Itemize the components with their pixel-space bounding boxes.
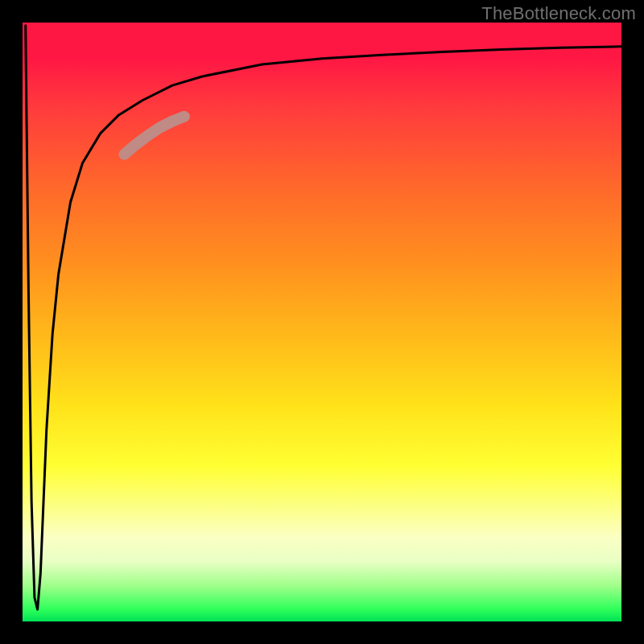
plot-area [23, 23, 621, 621]
chart-frame: TheBottleneck.com [0, 0, 644, 644]
attribution-label: TheBottleneck.com [481, 3, 636, 24]
